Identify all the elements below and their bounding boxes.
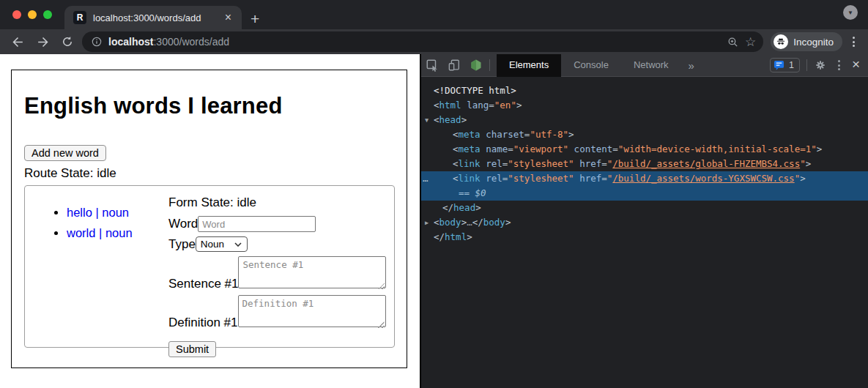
page-viewport: English words I learned Add new word Rou… [0,54,420,388]
type-select-value: Noun [201,239,224,250]
issues-bubble-icon [774,60,784,71]
dom-tree-node[interactable]: …<link rel="stylesheet" href="/build/_as… [421,171,868,186]
browser-menu-icon[interactable] [847,34,861,50]
type-select[interactable]: Noun [196,236,248,252]
toolbar-divider [806,59,807,71]
sentence-1-label: Sentence #1 [168,277,238,291]
word-link[interactable]: world | noun [67,226,133,239]
add-word-form: Form State: idle Word Type Noun Sentence [168,195,388,347]
settings-gear-icon[interactable] [809,54,831,77]
device-toolbar-button[interactable] [443,54,465,77]
dom-tree-node[interactable]: <html lang="en"> [421,98,868,113]
word-label: Word [168,217,198,231]
devtools-close-icon[interactable]: × [847,56,868,74]
browser-titlebar: R localhost:3000/words/add × + ▼ [0,0,868,29]
remix-favicon-icon: R [73,11,86,24]
type-label: Type [168,237,196,252]
dom-tree-node[interactable]: </html> [421,230,868,245]
devtools-menu-icon[interactable] [831,60,847,70]
word-list: hello | nounworld | noun [25,195,168,347]
form-state-text: Form State: idle [168,195,388,210]
dom-tree[interactable]: <!DOCTYPE html><html lang="en">▼<head><m… [421,77,868,388]
devtools-toolbar: ElementsConsoleNetwork » 1 × [421,54,868,77]
route-state-text: Route State: idle [24,166,395,181]
reload-button[interactable] [57,31,78,52]
dom-tree-node[interactable]: ▼<head> [421,113,868,127]
incognito-label: Incognito [793,37,834,48]
definition-1-label: Definition #1 [168,316,238,330]
dom-tree-node[interactable]: == $0 [421,186,868,201]
devtools-panel: ElementsConsoleNetwork » 1 × <!DOCTYPE h… [420,54,868,388]
tab-close-icon[interactable]: × [222,12,234,23]
page-title: English words I learned [24,93,395,119]
add-new-word-button[interactable]: Add new word [24,145,106,161]
submit-button[interactable]: Submit [168,341,216,357]
dom-tree-node[interactable]: <meta name="viewport" content="width=dev… [421,142,868,157]
toolbar-divider [489,59,490,71]
minimize-window-button[interactable] [28,10,37,19]
sentence-1-wrap [238,256,386,291]
devtools-tabs: ElementsConsoleNetwork [497,54,681,77]
new-tab-button[interactable]: + [251,11,259,26]
definition-1-wrap [238,295,386,330]
devtools-tab-console[interactable]: Console [561,54,621,77]
words-panel: hello | nounworld | noun Form State: idl… [24,185,395,348]
dom-tree-node[interactable]: <meta charset="utf-8"> [421,127,868,142]
url-text: localhost:3000/words/add [108,36,721,48]
forward-arrow-icon [36,35,50,49]
inspect-element-button[interactable] [421,54,443,77]
back-arrow-icon [11,35,25,49]
forward-button[interactable] [32,31,53,52]
dom-tree-node[interactable]: </head> [421,201,868,215]
back-button[interactable] [7,31,28,52]
zoom-in-icon[interactable] [727,36,739,48]
devtools-tab-elements[interactable]: Elements [497,54,561,77]
dom-tree-node[interactable]: <!DOCTYPE html> [421,83,868,98]
node-more-actions-icon[interactable]: … [423,171,428,186]
device-toolbar-icon [448,59,461,72]
site-info-icon[interactable] [91,36,103,48]
chevron-down-icon [234,242,242,247]
reload-icon [61,35,74,48]
word-input[interactable] [198,216,316,232]
close-window-button[interactable] [12,10,21,19]
issues-count: 1 [789,60,794,70]
word-list-item: hello | noun [67,206,168,220]
more-tabs-icon[interactable]: » [681,59,702,72]
word-link[interactable]: hello | noun [67,206,129,219]
inspect-cursor-icon [426,59,439,72]
dom-tree-node[interactable]: ▶<body>…</body> [421,215,868,230]
tab-title: localhost:3000/words/add [93,12,222,23]
bookmark-star-icon[interactable]: ☆ [745,36,756,48]
devtools-tab-network[interactable]: Network [621,54,681,77]
node-devtools-icon[interactable] [465,54,487,77]
incognito-badge: Incognito [771,32,842,51]
expand-closed-icon[interactable]: ▶ [425,215,429,230]
traffic-lights [12,10,52,19]
zoom-window-button[interactable] [43,10,52,19]
issues-button[interactable]: 1 [770,58,800,72]
incognito-icon [774,34,788,49]
app-container: English words I learned Add new word Rou… [11,70,407,368]
window-chevron-button[interactable]: ▼ [843,5,858,20]
dom-tree-node[interactable]: <link rel="stylesheet" href="/build/_ass… [421,157,868,171]
definition-1-textarea[interactable] [238,295,386,327]
browser-tab[interactable]: R localhost:3000/words/add × [64,6,242,29]
browser-toolbar: localhost:3000/words/add ☆ Incognito [0,29,868,54]
expand-open-icon[interactable]: ▼ [425,113,429,127]
word-list-item: world | noun [67,226,168,240]
sentence-1-textarea[interactable] [238,256,386,288]
address-bar[interactable]: localhost:3000/words/add ☆ [82,31,763,52]
